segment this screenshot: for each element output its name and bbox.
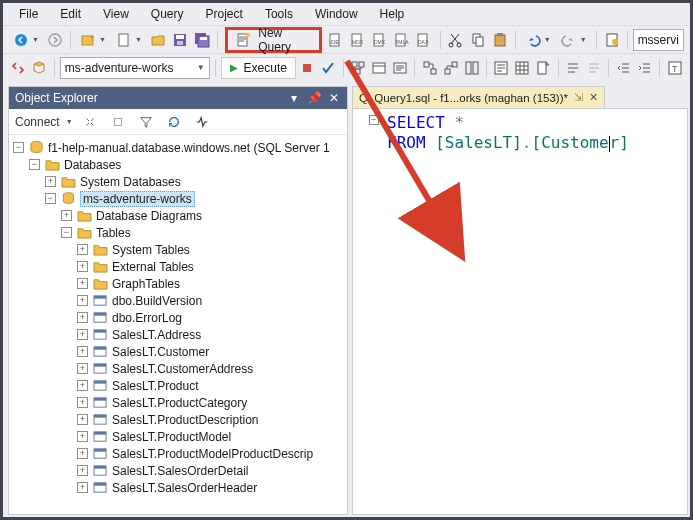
- tree-table-node[interactable]: +SalesLT.Address: [11, 326, 345, 343]
- properties-icon[interactable]: [602, 29, 622, 51]
- tree-system-databases-node[interactable]: +System Databases: [11, 173, 345, 190]
- menu-query[interactable]: Query: [141, 5, 194, 23]
- disconnect-icon[interactable]: [79, 111, 101, 133]
- cut-button[interactable]: [445, 29, 465, 51]
- comment-button[interactable]: [564, 57, 583, 79]
- available-databases-combo[interactable]: ms-adventure-works ▼: [60, 57, 210, 79]
- sql-editor[interactable]: − SELECT * FROM [SalesLT].[Customer]: [352, 108, 688, 515]
- results-to-text-button[interactable]: [492, 57, 511, 79]
- change-connection-button[interactable]: [9, 57, 28, 79]
- activity-icon[interactable]: [191, 111, 213, 133]
- menu-window[interactable]: Window: [305, 5, 368, 23]
- tree-table-node[interactable]: +SalesLT.ProductModel: [11, 428, 345, 445]
- increase-indent-button[interactable]: [635, 57, 654, 79]
- tree-table-node[interactable]: +SalesLT.SalesOrderDetail: [11, 462, 345, 479]
- uncomment-button[interactable]: [585, 57, 604, 79]
- tree-table-node[interactable]: +SalesLT.ProductModelProductDescrip: [11, 445, 345, 462]
- save-button[interactable]: [170, 29, 190, 51]
- dax-query-button[interactable]: DAX: [414, 29, 434, 51]
- tree-diagrams-node[interactable]: +Database Diagrams: [11, 207, 345, 224]
- intellisense-button[interactable]: [391, 57, 410, 79]
- menu-file[interactable]: File: [9, 5, 48, 23]
- tree-tables-node[interactable]: −Tables: [11, 224, 345, 241]
- refresh-icon[interactable]: [163, 111, 185, 133]
- window-position-icon[interactable]: ▾: [287, 91, 301, 105]
- svg-point-29: [612, 39, 618, 45]
- save-all-button[interactable]: [192, 29, 212, 51]
- parse-button[interactable]: [319, 57, 338, 79]
- svg-rect-27: [497, 33, 503, 36]
- menu-edit[interactable]: Edit: [50, 5, 91, 23]
- decrease-indent-button[interactable]: [614, 57, 633, 79]
- paste-button[interactable]: [490, 29, 510, 51]
- tree-table-node[interactable]: +SalesLT.Customer: [11, 343, 345, 360]
- new-project-button[interactable]: ▼: [76, 29, 110, 51]
- live-query-stats-button[interactable]: [441, 57, 460, 79]
- menu-help[interactable]: Help: [370, 5, 415, 23]
- de-query-button[interactable]: DE: [326, 29, 346, 51]
- menu-view[interactable]: View: [93, 5, 139, 23]
- nav-back-button[interactable]: ▼: [9, 29, 43, 51]
- available-databases-value: ms-adventure-works: [65, 61, 174, 75]
- redo-button[interactable]: ▼: [557, 29, 591, 51]
- svg-rect-30: [303, 64, 311, 72]
- xmla-query-button[interactable]: XMLA: [392, 29, 412, 51]
- editor-tab[interactable]: QLQuery1.sql - f1...orks (maghan (153))*…: [352, 86, 605, 108]
- tree-table-node[interactable]: +SalesLT.ProductCategory: [11, 394, 345, 411]
- mdx-query-button[interactable]: MDX: [348, 29, 368, 51]
- tree-system-tables-node[interactable]: +System Tables: [11, 241, 345, 258]
- tree-table-node[interactable]: +SalesLT.Product: [11, 377, 345, 394]
- object-explorer-tree[interactable]: −f1-help-manual.database.windows.net (SQ…: [9, 135, 347, 514]
- svg-rect-69: [94, 449, 106, 452]
- tree-databases-node[interactable]: −Databases: [11, 156, 345, 173]
- new-item-button[interactable]: ▼: [112, 29, 146, 51]
- new-query-button[interactable]: New Query: [225, 27, 321, 53]
- connect-button[interactable]: Connect: [15, 115, 60, 129]
- include-client-stats-button[interactable]: [462, 57, 481, 79]
- close-tab-icon[interactable]: ✕: [589, 91, 598, 104]
- svg-rect-65: [94, 415, 106, 418]
- svg-rect-61: [94, 381, 106, 384]
- main-menu: File Edit View Query Project Tools Windo…: [3, 3, 690, 25]
- svg-rect-53: [94, 313, 106, 316]
- object-explorer-titlebar[interactable]: Object Explorer ▾ 📌 ✕: [9, 87, 347, 109]
- editor-gutter: [353, 109, 383, 514]
- pin-tab-icon[interactable]: ⇲: [574, 91, 583, 104]
- stop-button[interactable]: [298, 57, 317, 79]
- tree-external-tables-node[interactable]: +External Tables: [11, 258, 345, 275]
- query-options-button[interactable]: [370, 57, 389, 79]
- undo-button[interactable]: ▼: [521, 29, 555, 51]
- solution-config-combo[interactable]: msservi: [633, 29, 684, 51]
- include-actual-plan-button[interactable]: [420, 57, 439, 79]
- dmx-query-button[interactable]: DMX: [370, 29, 390, 51]
- autohide-pin-icon[interactable]: 📌: [307, 91, 321, 105]
- tree-table-node[interactable]: +SalesLT.ProductDescription: [11, 411, 345, 428]
- results-to-grid-button[interactable]: [513, 57, 532, 79]
- nav-fwd-button[interactable]: [45, 29, 65, 51]
- results-to-file-button[interactable]: [534, 57, 553, 79]
- tree-table-node[interactable]: +SalesLT.CustomerAddress: [11, 360, 345, 377]
- tree-server-node[interactable]: −f1-help-manual.database.windows.net (SQ…: [11, 139, 345, 156]
- tree-user-database-node[interactable]: −ms-adventure-works: [11, 190, 345, 207]
- available-db-icon[interactable]: [30, 57, 49, 79]
- standard-toolbar: ▼ ▼ ▼ New Query DE MDX DMX XMLA DAX ▼ ▼ …: [3, 25, 690, 53]
- sql-text[interactable]: SELECT * FROM [SalesLT].[Customer]: [387, 113, 683, 153]
- close-panel-icon[interactable]: ✕: [327, 91, 341, 105]
- execute-button[interactable]: ▶ Execute: [221, 57, 296, 79]
- filter-icon[interactable]: [135, 111, 157, 133]
- copy-button[interactable]: [468, 29, 488, 51]
- tree-table-node[interactable]: +dbo.ErrorLog: [11, 309, 345, 326]
- tree-table-node[interactable]: +dbo.BuildVersion: [11, 292, 345, 309]
- svg-rect-51: [94, 296, 106, 299]
- stop-icon[interactable]: [107, 111, 129, 133]
- tree-graph-tables-node[interactable]: +GraphTables: [11, 275, 345, 292]
- svg-rect-73: [94, 483, 106, 486]
- open-button[interactable]: [148, 29, 168, 51]
- menu-tools[interactable]: Tools: [255, 5, 303, 23]
- menu-project[interactable]: Project: [196, 5, 253, 23]
- tree-table-node[interactable]: +SalesLT.SalesOrderHeader: [11, 479, 345, 496]
- specify-values-button[interactable]: T: [665, 57, 684, 79]
- outline-toggle-icon[interactable]: −: [369, 115, 379, 125]
- play-icon: ▶: [230, 62, 238, 73]
- display-estimated-plan-button[interactable]: [349, 57, 368, 79]
